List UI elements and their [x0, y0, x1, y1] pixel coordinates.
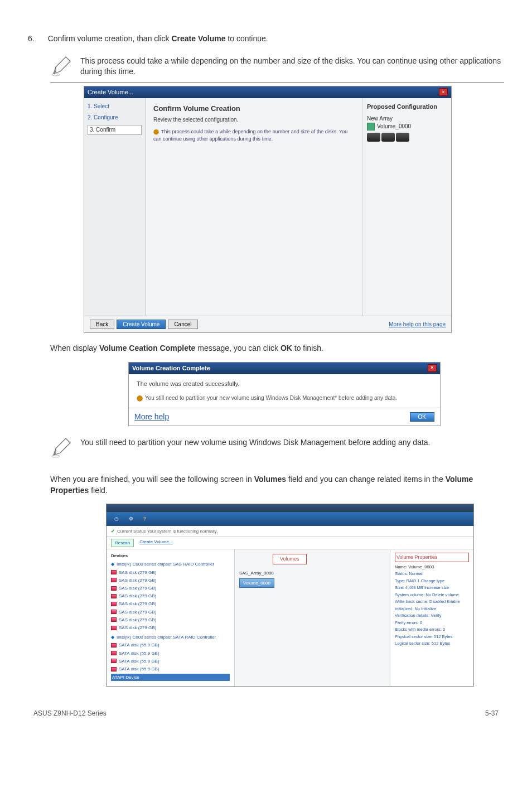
- disk-label: SATA disk (55.9 GB): [119, 666, 159, 672]
- volumes-area: Volumes SAS_Array_0000 Volume_0000: [235, 549, 390, 686]
- disk-label: SAS disk (279 GB): [119, 593, 156, 599]
- paragraph-volumes: When you are finished, you will see the …: [50, 474, 482, 496]
- disk-row[interactable]: SATA disk (55.9 GB): [111, 666, 230, 672]
- disk-badge-icon: [396, 133, 409, 142]
- para1-mid: message, you can click: [195, 344, 280, 352]
- disk-row[interactable]: SAS disk (279 GB): [111, 609, 230, 615]
- note-1-text: This process could take a while dependin…: [80, 55, 504, 78]
- tab-preferences[interactable]: ⚙: [125, 514, 137, 524]
- disk-label: SATA disk (55.9 GB): [119, 658, 159, 664]
- disk-icon: [111, 626, 117, 630]
- atapi-label: ATAPI Device: [112, 674, 139, 680]
- prop-row: System volume: No Delete volume: [395, 592, 469, 598]
- disk-icon: [111, 594, 117, 598]
- volume-properties-panel: Volume Properties Name: Volume_0000 Stat…: [390, 549, 473, 686]
- confirm-hint-text: This process could take a while dependin…: [153, 129, 347, 142]
- create-volume-button[interactable]: Create Volume: [117, 320, 166, 329]
- note-2-text: You still need to partition your new vol…: [80, 436, 431, 448]
- close-icon[interactable]: ×: [439, 88, 448, 96]
- disk-row[interactable]: SAS disk (279 GB): [111, 593, 230, 599]
- cancel-button[interactable]: Cancel: [168, 320, 197, 329]
- ok-button[interactable]: OK: [410, 412, 434, 422]
- status-banner: ✔ Current Status Your system is function…: [107, 526, 473, 537]
- create-volume-dialog: Create Volume... × 1. Select 2. Configur…: [84, 86, 452, 333]
- disk-badge-icon: [367, 133, 380, 142]
- svg-point-1: [52, 455, 60, 457]
- dialog-buttons: Back Create Volume Cancel: [90, 320, 198, 329]
- chip-icon: ◆: [111, 634, 114, 640]
- create-volume-link[interactable]: Create Volume...: [139, 539, 173, 547]
- dialog-titlebar: Create Volume... ×: [84, 86, 451, 98]
- controller-row[interactable]: ◆Intel(R) C600 series chipset SATA RAID …: [111, 634, 230, 640]
- prop-row: Logical sector size: 512 Bytes: [395, 641, 469, 647]
- note-2: You still need to partition your new vol…: [50, 436, 504, 463]
- window-titlebar: [107, 504, 473, 512]
- footer-page-number: 5-37: [485, 709, 499, 718]
- disk-row[interactable]: SATA disk (55.9 GB): [111, 650, 230, 656]
- new-array-label: New Array: [367, 115, 447, 123]
- disk-icon: [111, 617, 117, 622]
- proposed-config-title: Proposed Configuration: [367, 103, 447, 111]
- disk-badge-icon: [381, 133, 395, 142]
- confirm-hint: ⬤This process could take a while dependi…: [153, 128, 354, 142]
- dlg2-titlebar: Volume Creation Complete ×: [129, 363, 440, 374]
- disk-row[interactable]: SATA disk (55.9 GB): [111, 642, 230, 648]
- volume-properties-header: Volume Properties: [395, 553, 469, 562]
- controller-label: Intel(R) C600 series chipset SAS RAID Co…: [117, 561, 214, 567]
- dlg2-hint: ⬤You still need to partition your new vo…: [137, 394, 432, 402]
- disk-row[interactable]: SAS disk (279 GB): [111, 601, 230, 607]
- para1-before: When display: [50, 344, 99, 352]
- step-text-bold: Create Volume: [171, 34, 225, 43]
- prop-row: Type: RAID 1 Change type: [395, 578, 469, 584]
- dlg2-hint-text: You still need to partition your new vol…: [145, 395, 397, 401]
- para1-bold1: Volume Ceation Complete: [99, 344, 195, 352]
- tab-status[interactable]: ◷: [111, 514, 122, 524]
- wizard-steps-sidebar: 1. Select 2. Configure 3. Confirm: [84, 98, 146, 316]
- disk-icon: [111, 659, 117, 663]
- disk-icon: [111, 643, 117, 648]
- prop-row: Parity errors: 0: [395, 620, 469, 626]
- step-6-line: 6. Confirm volume creation, than click C…: [28, 33, 504, 45]
- disk-icon: [111, 570, 117, 574]
- disk-icon: [111, 667, 117, 671]
- volume-item[interactable]: Volume_0000: [239, 578, 274, 588]
- status-body: Devices ◆Intel(R) C600 series chipset SA…: [107, 549, 473, 686]
- dialog-footer: Back Create Volume Cancel More help on t…: [84, 316, 451, 332]
- close-icon[interactable]: ×: [428, 364, 437, 372]
- prop-row: Verification details: Verify: [395, 613, 469, 619]
- footer-left: ASUS Z9NH-D12 Series: [33, 709, 107, 718]
- chip-icon: ◆: [111, 561, 114, 567]
- disk-row[interactable]: SATA disk (55.9 GB): [111, 658, 230, 664]
- disk-label: SATA disk (55.9 GB): [119, 650, 159, 656]
- dlg2-success-text: The volume was created successfully.: [137, 380, 432, 388]
- sas-array-label: SAS_Array_0000: [239, 570, 274, 576]
- rescan-button[interactable]: Rescan: [111, 539, 134, 547]
- disk-row[interactable]: SAS disk (279 GB): [111, 625, 230, 631]
- tab-help[interactable]: ?: [140, 514, 149, 524]
- disk-icon: [111, 651, 117, 655]
- controller-row[interactable]: ◆Intel(R) C600 series chipset SAS RAID C…: [111, 561, 230, 567]
- rst-status-window: ◷ ⚙ ? ✔ Current Status Your system is fu…: [106, 504, 474, 687]
- more-help-link[interactable]: More help: [134, 412, 169, 423]
- disk-row-selected[interactable]: ATAPI Device: [111, 674, 230, 681]
- para2-mid: field and you can change related items i…: [286, 475, 446, 484]
- controller-label: Intel(R) C600 series chipset SATA RAID C…: [117, 634, 216, 640]
- action-row: Rescan Create Volume...: [107, 537, 473, 549]
- disk-label: SAS disk (279 GB): [119, 617, 156, 623]
- more-help-link[interactable]: More help on this page: [389, 321, 446, 328]
- confirm-heading: Confirm Volume Creation: [153, 104, 354, 114]
- back-button[interactable]: Back: [90, 320, 114, 329]
- note-1: This process could take a while dependin…: [50, 55, 504, 83]
- disk-row[interactable]: SAS disk (279 GB): [111, 577, 230, 583]
- disk-row[interactable]: SAS disk (279 GB): [111, 569, 230, 576]
- dlg2-footer: More help OK: [129, 408, 440, 426]
- volume-icon: [367, 123, 375, 131]
- disk-row[interactable]: SAS disk (279 GB): [111, 617, 230, 623]
- para1-bold2: OK: [280, 344, 292, 352]
- disk-icon: [111, 610, 117, 614]
- disk-icon: [111, 602, 117, 606]
- prop-row: Write-back cache: Disabled Enable: [395, 599, 469, 605]
- volume-complete-dialog: Volume Creation Complete × The volume wa…: [128, 362, 441, 426]
- paragraph-completion: When display Volume Ceation Complete mes…: [50, 343, 482, 354]
- disk-row[interactable]: SAS disk (279 GB): [111, 585, 230, 591]
